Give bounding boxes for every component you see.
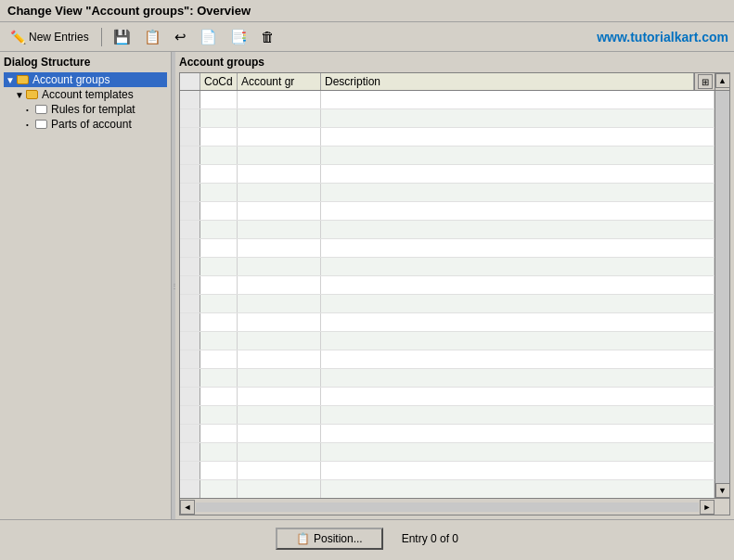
position-button[interactable]: 📋 Position...	[276, 528, 383, 550]
row-desc-cell[interactable]	[321, 425, 715, 442]
row-desc-cell[interactable]	[321, 91, 715, 108]
row-accgr-cell[interactable]	[238, 165, 321, 183]
table-row[interactable]	[180, 128, 715, 146]
row-desc-cell[interactable]	[321, 295, 715, 312]
copy-button[interactable]: 📄	[196, 27, 221, 47]
table-row[interactable]	[180, 443, 715, 462]
row-cocd-cell[interactable]	[200, 91, 238, 108]
row-accgr-cell[interactable]	[238, 406, 321, 424]
row-accgr-cell[interactable]	[238, 295, 321, 312]
tree-item-account-groups[interactable]: ▼ Account groups	[4, 72, 167, 87]
table-row[interactable]	[180, 350, 715, 369]
undo-button[interactable]: ↩	[171, 27, 190, 47]
row-desc-cell[interactable]	[321, 146, 715, 164]
row-desc-cell[interactable]	[321, 276, 715, 294]
row-desc-cell[interactable]	[321, 184, 715, 201]
row-cocd-cell[interactable]	[200, 221, 238, 238]
row-cocd-cell[interactable]	[200, 480, 238, 498]
row-accgr-cell[interactable]	[238, 109, 321, 127]
table-row[interactable]	[180, 369, 715, 388]
row-desc-cell[interactable]	[321, 109, 715, 127]
table-row[interactable]	[180, 221, 715, 239]
table-row[interactable]	[180, 425, 715, 443]
row-accgr-cell[interactable]	[238, 480, 321, 498]
scroll-up-btn[interactable]: ▲	[715, 73, 730, 88]
row-accgr-cell[interactable]	[238, 276, 321, 294]
row-desc-cell[interactable]	[321, 443, 715, 461]
row-accgr-cell[interactable]	[238, 313, 321, 331]
row-desc-cell[interactable]	[321, 258, 715, 275]
table-row[interactable]	[180, 146, 715, 165]
row-cocd-cell[interactable]	[200, 313, 238, 331]
row-desc-cell[interactable]	[321, 406, 715, 424]
row-cocd-cell[interactable]	[200, 276, 238, 294]
row-accgr-cell[interactable]	[238, 425, 321, 442]
row-cocd-cell[interactable]	[200, 128, 238, 146]
row-cocd-cell[interactable]	[200, 146, 238, 164]
row-desc-cell[interactable]	[321, 332, 715, 350]
tree-item-rules-for-templat[interactable]: • Rules for templat	[26, 102, 167, 117]
row-desc-cell[interactable]	[321, 221, 715, 238]
row-accgr-cell[interactable]	[238, 146, 321, 164]
row-accgr-cell[interactable]	[238, 350, 321, 368]
table-row[interactable]	[180, 165, 715, 184]
table-row[interactable]	[180, 332, 715, 350]
row-cocd-cell[interactable]	[200, 202, 238, 220]
table-row[interactable]	[180, 406, 715, 425]
row-accgr-cell[interactable]	[238, 128, 321, 146]
column-settings-icon[interactable]: ⊞	[698, 74, 713, 89]
column-settings-btn[interactable]: ⊞	[694, 73, 715, 90]
row-accgr-cell[interactable]	[238, 443, 321, 461]
row-desc-cell[interactable]	[321, 239, 715, 257]
row-desc-cell[interactable]	[321, 350, 715, 368]
scrollbar-vertical[interactable]: ▼	[715, 91, 729, 498]
row-accgr-cell[interactable]	[238, 239, 321, 257]
row-accgr-cell[interactable]	[238, 258, 321, 275]
save-button[interactable]: 💾	[109, 27, 135, 47]
row-cocd-cell[interactable]	[200, 425, 238, 442]
row-cocd-cell[interactable]	[200, 350, 238, 368]
row-accgr-cell[interactable]	[238, 462, 321, 479]
row-cocd-cell[interactable]	[200, 406, 238, 424]
row-accgr-cell[interactable]	[238, 202, 321, 220]
table-row[interactable]	[180, 91, 715, 109]
row-desc-cell[interactable]	[321, 388, 715, 405]
row-cocd-cell[interactable]	[200, 332, 238, 350]
row-desc-cell[interactable]	[321, 480, 715, 498]
row-cocd-cell[interactable]	[200, 258, 238, 275]
row-accgr-cell[interactable]	[238, 184, 321, 201]
row-accgr-cell[interactable]	[238, 388, 321, 405]
save-local-button[interactable]: 📋	[140, 27, 165, 47]
row-accgr-cell[interactable]	[238, 91, 321, 108]
hscroll-left-btn[interactable]: ◄	[180, 500, 195, 515]
delete-button[interactable]: 🗑	[257, 27, 278, 46]
row-cocd-cell[interactable]	[200, 184, 238, 201]
table-row[interactable]	[180, 109, 715, 128]
tree-item-parts-of-account[interactable]: • Parts of account	[26, 117, 167, 132]
row-desc-cell[interactable]	[321, 462, 715, 479]
row-cocd-cell[interactable]	[200, 369, 238, 387]
table-row[interactable]	[180, 276, 715, 295]
paste-button[interactable]: 📑	[226, 27, 251, 47]
hscroll-right-btn[interactable]: ►	[700, 500, 715, 515]
row-accgr-cell[interactable]	[238, 369, 321, 387]
row-desc-cell[interactable]	[321, 313, 715, 331]
row-cocd-cell[interactable]	[200, 462, 238, 479]
table-row[interactable]	[180, 258, 715, 276]
row-desc-cell[interactable]	[321, 165, 715, 183]
table-row[interactable]	[180, 202, 715, 221]
row-cocd-cell[interactable]	[200, 443, 238, 461]
row-desc-cell[interactable]	[321, 128, 715, 146]
row-accgr-cell[interactable]	[238, 221, 321, 238]
table-row[interactable]	[180, 295, 715, 313]
row-cocd-cell[interactable]	[200, 295, 238, 312]
tree-item-account-templates[interactable]: ▼ Account templates	[15, 87, 167, 102]
row-cocd-cell[interactable]	[200, 388, 238, 405]
row-cocd-cell[interactable]	[200, 109, 238, 127]
row-cocd-cell[interactable]	[200, 239, 238, 257]
table-row[interactable]	[180, 462, 715, 480]
table-row[interactable]	[180, 313, 715, 332]
row-desc-cell[interactable]	[321, 369, 715, 387]
table-row[interactable]	[180, 239, 715, 258]
row-accgr-cell[interactable]	[238, 332, 321, 350]
